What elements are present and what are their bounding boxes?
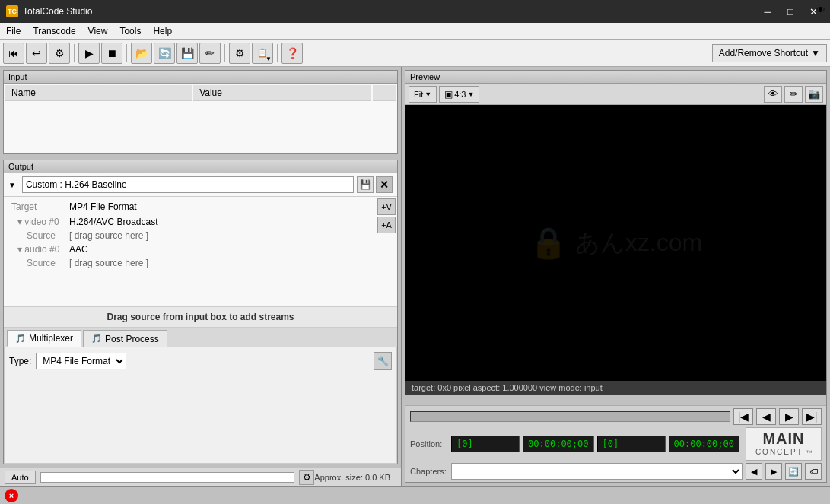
preview-status-text: target: 0x0 pixel aspect: 1.000000 view …: [412, 383, 603, 392]
preview-scrollbar-h[interactable]: [405, 395, 826, 405]
multiplexer-tab-icon: 🎵: [15, 334, 26, 344]
output-section: Output ▼ Custom : H.264 Baseline 💾 ✕: [0, 157, 401, 486]
preset-close-button[interactable]: ✕: [376, 176, 393, 193]
error-icon: ×: [9, 491, 14, 500]
toolbar-help-button[interactable]: ❓: [281, 43, 303, 64]
toolbar-separator-4: [277, 44, 278, 62]
preview-eye-button[interactable]: 👁: [764, 86, 782, 103]
toolbar-edit-button[interactable]: ✏: [199, 43, 221, 64]
chapters-select[interactable]: [451, 463, 743, 480]
in-bracket-label: [0]: [456, 439, 473, 449]
toolbar-stop-button[interactable]: ⏹: [101, 43, 122, 64]
toolbar-settings-button[interactable]: ⚙: [49, 43, 70, 64]
tab-post-process[interactable]: 🎵 Post Process: [83, 330, 167, 347]
toolbar-play-button[interactable]: ▶: [78, 43, 100, 64]
tab-multiplexer[interactable]: 🎵 Multiplexer: [7, 330, 81, 347]
add-video-button[interactable]: +V: [377, 198, 396, 215]
toolbar-open-button[interactable]: ↩: [26, 43, 47, 64]
position-timecode: 00:00:00;00: [523, 436, 593, 452]
video-source-label: Source: [5, 229, 66, 242]
position-label: Position:: [410, 439, 448, 449]
chapter-refresh-button[interactable]: 🔄: [785, 463, 802, 480]
stream-area: Target MP4 File Format 👁 ▾ video #0 H: [4, 197, 397, 306]
preset-icons: 💾 ✕: [357, 176, 393, 193]
preview-title: Preview: [405, 71, 826, 84]
chapter-next-button[interactable]: ▶: [765, 463, 782, 480]
tab-multiplexer-label: Multiplexer: [29, 333, 73, 344]
video-expand-icon[interactable]: ▾ video #0: [5, 215, 66, 229]
left-panel: Input Name Value 👁 Output: [0, 67, 402, 486]
preset-save-icon[interactable]: 💾: [357, 176, 374, 193]
target-row: Target MP4 File Format 👁: [5, 198, 396, 215]
audio-source-row: Source [ drag source here ]: [5, 256, 396, 270]
brand-tm-icon: ™: [806, 449, 812, 456]
transport-prev-button[interactable]: ◀: [756, 408, 776, 425]
preset-label: Custom : H.264 Baseline: [26, 179, 127, 190]
menu-help[interactable]: Help: [147, 24, 178, 38]
brand-logo: MAIN CONCEPT ™: [746, 427, 822, 461]
chapter-prev-button[interactable]: ◀: [746, 463, 762, 480]
aspect-button[interactable]: ▣ 4:3 ▼: [439, 86, 479, 103]
transport-slider-row: |◀ ◀ ▶ ▶|: [410, 408, 822, 425]
toolbar-separator-2: [126, 44, 127, 62]
auto-button[interactable]: Auto: [5, 471, 36, 484]
target-value: MP4 File Format: [66, 198, 373, 215]
video-source-row: Source [ drag source here ]: [5, 229, 396, 242]
toolbar-config-button[interactable]: ⚙: [229, 43, 250, 64]
transport-start-button[interactable]: |◀: [733, 408, 753, 425]
type-select[interactable]: MP4 File Format: [36, 353, 126, 369]
transport-play-button[interactable]: ▶: [779, 408, 799, 425]
video-chevron-icon[interactable]: ▾: [17, 217, 22, 227]
watermark-overlay: 🔒 あんxz.com: [529, 225, 702, 261]
add-remove-shortcut-button[interactable]: Add/Remove Shortcut ▼: [712, 44, 827, 62]
target-label: Target: [5, 198, 66, 215]
preview-camera-button[interactable]: 📷: [805, 86, 823, 103]
type-label: Type:: [9, 356, 31, 366]
audio-chevron-icon[interactable]: ▾: [17, 244, 22, 255]
fit-arrow-icon: ▼: [425, 90, 431, 98]
menu-view[interactable]: View: [82, 24, 114, 38]
input-table: Name Value 👁: [4, 84, 397, 103]
transport-next-button[interactable]: ▶|: [802, 408, 822, 425]
toolbar-copy-button[interactable]: 📋 ▼: [252, 43, 273, 64]
video-source-drag: [ drag source here ]: [66, 229, 373, 242]
menu-transcode[interactable]: Transcode: [27, 24, 81, 38]
menu-tools[interactable]: Tools: [113, 24, 147, 38]
chapters-row: Chapters: ◀ ▶ 🔄 🏷: [410, 463, 822, 480]
menu-file[interactable]: File: [0, 24, 27, 38]
input-eye-icon[interactable]: 👁: [816, 5, 825, 15]
add-audio-button[interactable]: +A: [377, 217, 396, 233]
menu-bar: File Transcode View Tools Help: [0, 23, 830, 40]
toolbar-save-button[interactable]: 💾: [176, 43, 198, 64]
wrench-button[interactable]: 🔧: [374, 352, 392, 370]
chapter-bookmark-button[interactable]: 🏷: [805, 463, 822, 480]
output-section-title: Output: [4, 160, 397, 173]
fit-button[interactable]: Fit ▼: [409, 86, 437, 103]
position-value: 00:00:00;00: [528, 439, 588, 449]
bottom-status-bar: ×: [0, 486, 830, 504]
toolbar-refresh-button[interactable]: 🔄: [154, 43, 175, 64]
position-value2-timecode: 00:00:00;00: [669, 436, 739, 452]
toolbar-new-button[interactable]: ⏮: [3, 43, 24, 64]
toolbar-folder-button[interactable]: 📂: [131, 43, 152, 64]
output-status-bar: Auto ⚙ Approx. size: 0.0 KB: [0, 468, 401, 486]
preset-dropdown[interactable]: Custom : H.264 Baseline: [22, 176, 354, 193]
output-settings-button[interactable]: ⚙: [299, 470, 314, 485]
right-panel: Preview Fit ▼ ▣ 4:3 ▼ 👁 ✏ 📷: [402, 67, 830, 486]
minimize-button[interactable]: ─: [757, 1, 778, 22]
audio-source-label: Source: [5, 256, 66, 270]
audio-expand-icon[interactable]: ▾ audio #0: [5, 242, 66, 256]
maximize-button[interactable]: □: [780, 1, 801, 22]
input-content: [4, 103, 397, 156]
output-inner: Output ▼ Custom : H.264 Baseline 💾 ✕: [3, 160, 398, 464]
fit-label: Fit: [414, 90, 423, 99]
audio-label: audio #0: [24, 244, 59, 255]
preview-edit-button[interactable]: ✏: [784, 86, 803, 103]
stream-side-buttons: +V +A: [377, 198, 396, 233]
position-in-bracket: [0]: [451, 436, 520, 452]
shortcut-label: Add/Remove Shortcut: [719, 48, 808, 59]
post-process-tab-icon: 🎵: [91, 334, 102, 344]
transport-slider[interactable]: [410, 411, 730, 422]
error-indicator[interactable]: ×: [5, 489, 18, 502]
toolbar-separator-3: [224, 44, 225, 62]
